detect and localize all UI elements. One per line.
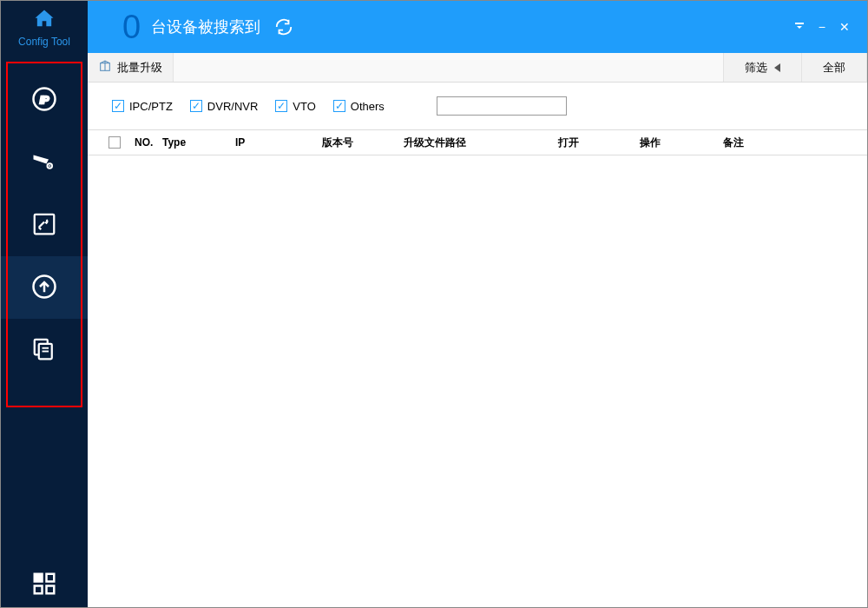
app-header: Config Tool 0 台设备被搜索到 − ✕ — [1, 1, 867, 53]
sidebar-apps-icon[interactable] — [31, 571, 57, 597]
svg-rect-13 — [35, 586, 43, 594]
table-header: NO. Type IP 版本号 升级文件路径 打开 操作 备注 — [88, 129, 867, 155]
header-type: Type — [157, 136, 230, 149]
header-upgrade-path: 升级文件路径 — [398, 135, 553, 150]
checkbox-icon — [112, 100, 124, 112]
window-controls: − ✕ — [794, 1, 867, 53]
checkbox-icon — [108, 136, 121, 149]
checkbox-ipcptz-label: IPC/PTZ — [129, 100, 173, 113]
svg-rect-11 — [35, 574, 43, 582]
sidebar-item-tools[interactable] — [1, 194, 88, 256]
brand-block: Config Tool — [1, 1, 88, 53]
table-body — [88, 155, 867, 607]
list-icon — [31, 336, 57, 365]
svg-text:IP: IP — [40, 95, 49, 105]
filter-label: 筛选 — [745, 60, 767, 76]
checkbox-icon — [275, 100, 287, 112]
upgrade-icon — [31, 274, 57, 302]
home-icon — [32, 7, 56, 34]
svg-rect-12 — [47, 574, 55, 582]
checkbox-vto[interactable]: VTO — [275, 100, 316, 113]
sidebar-item-upgrade[interactable] — [1, 256, 88, 319]
sidebar-item-ip[interactable]: IP — [1, 69, 88, 131]
header-operation: 操作 — [635, 135, 718, 150]
camera-icon — [31, 149, 57, 177]
search-button[interactable] — [584, 97, 602, 115]
chevron-left-icon — [774, 63, 780, 72]
dropdown-icon[interactable] — [794, 20, 805, 34]
svg-rect-14 — [47, 586, 55, 594]
header-open: 打开 — [553, 135, 635, 150]
batch-upgrade-label: 批量升级 — [117, 60, 162, 76]
brand-name: Config Tool — [18, 36, 70, 48]
toolbar: 批量升级 筛选 全部 — [88, 53, 867, 83]
close-button[interactable]: ✕ — [839, 20, 850, 34]
batch-upgrade-button[interactable]: 批量升级 — [88, 53, 174, 82]
minimize-button[interactable]: − — [819, 20, 825, 34]
checkbox-ipcptz[interactable]: IPC/PTZ — [112, 100, 173, 113]
svg-point-4 — [49, 165, 50, 167]
header-note: 备注 — [718, 135, 867, 150]
search-input[interactable] — [437, 96, 567, 116]
checkbox-dvrnvr[interactable]: DVR/NVR — [190, 100, 259, 113]
all-button[interactable]: 全部 — [801, 53, 867, 82]
checkbox-others[interactable]: Others — [333, 100, 385, 113]
header-no: NO. — [129, 136, 157, 149]
refresh-icon[interactable] — [274, 17, 293, 36]
checkbox-vto-label: VTO — [293, 100, 316, 113]
checkbox-dvrnvr-label: DVR/NVR — [207, 100, 259, 113]
filter-button[interactable]: 筛选 — [723, 53, 801, 82]
svg-rect-5 — [35, 214, 55, 234]
sidebar-item-list[interactable] — [1, 319, 88, 381]
all-label: 全部 — [823, 60, 845, 76]
filter-row: IPC/PTZ DVR/NVR VTO Others — [88, 83, 867, 129]
header-ip: IP — [230, 136, 317, 149]
device-count: 0 — [122, 9, 141, 46]
svg-rect-0 — [795, 23, 804, 24]
ip-icon: IP — [31, 86, 57, 115]
main-panel: 批量升级 筛选 全部 IPC/PTZ — [88, 53, 867, 607]
package-icon — [98, 59, 117, 76]
sidebar: IP — [1, 53, 88, 607]
checkbox-icon — [333, 100, 345, 112]
header-select-all[interactable] — [103, 136, 129, 149]
checkbox-icon — [190, 100, 202, 112]
tools-icon — [31, 211, 57, 240]
sidebar-item-camera[interactable] — [1, 131, 88, 194]
header-version: 版本号 — [317, 135, 398, 150]
header-title-area: 0 台设备被搜索到 — [88, 1, 794, 53]
header-title: 台设备被搜索到 — [151, 17, 260, 37]
checkbox-others-label: Others — [351, 100, 385, 113]
